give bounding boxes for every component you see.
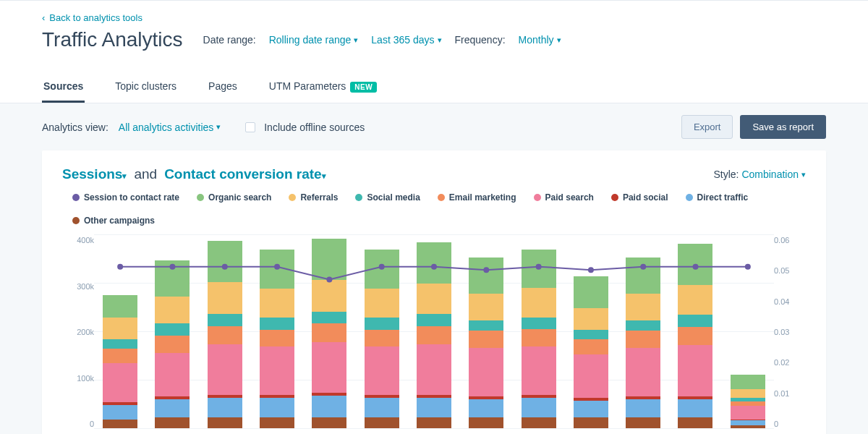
bar-segment[interactable] — [574, 276, 608, 308]
bar-segment[interactable] — [312, 396, 346, 417]
bar[interactable] — [103, 295, 137, 428]
bar-segment[interactable] — [731, 375, 765, 389]
bar-segment[interactable] — [731, 401, 765, 407]
bar-segment[interactable] — [417, 417, 451, 428]
bar-segment[interactable] — [731, 420, 765, 425]
bars-area[interactable] — [94, 234, 774, 428]
metric-1-dropdown[interactable]: Sessions — [62, 166, 127, 182]
bar-segment[interactable] — [155, 399, 190, 417]
bar-segment[interactable] — [155, 260, 190, 297]
bar[interactable] — [731, 375, 765, 428]
bar[interactable] — [522, 250, 556, 428]
bar-segment[interactable] — [417, 344, 451, 395]
bar-segment[interactable] — [678, 285, 712, 315]
bar-segment[interactable] — [208, 326, 242, 344]
bar-segment[interactable] — [312, 417, 346, 428]
bar-segment[interactable] — [208, 344, 242, 395]
bar-segment[interactable] — [417, 326, 451, 344]
bar-segment[interactable] — [469, 320, 503, 331]
bar-segment[interactable] — [103, 318, 137, 339]
bar-segment[interactable] — [678, 417, 712, 428]
bar-segment[interactable] — [417, 314, 451, 326]
bar-segment[interactable] — [417, 242, 451, 284]
bar-segment[interactable] — [208, 417, 242, 428]
bar-segment[interactable] — [626, 417, 660, 428]
bar-segment[interactable] — [103, 349, 137, 363]
bar[interactable] — [260, 250, 294, 428]
bar-segment[interactable] — [103, 420, 137, 428]
bar-segment[interactable] — [260, 318, 294, 330]
bar-segment[interactable] — [469, 399, 503, 417]
offline-checkbox[interactable]: Include offline sources — [245, 122, 365, 133]
frequency-dropdown[interactable]: Monthly — [519, 34, 561, 46]
bar-segment[interactable] — [155, 323, 190, 336]
bar[interactable] — [678, 244, 712, 428]
bar-segment[interactable] — [574, 308, 608, 330]
bar-segment[interactable] — [208, 282, 242, 314]
bar[interactable] — [208, 241, 242, 428]
bar-segment[interactable] — [208, 398, 242, 417]
bar-segment[interactable] — [626, 294, 660, 320]
bar-segment[interactable] — [312, 239, 346, 280]
bar-segment[interactable] — [260, 250, 294, 289]
bar-segment[interactable] — [678, 327, 712, 345]
bar-segment[interactable] — [626, 331, 660, 347]
bar-segment[interactable] — [678, 315, 712, 327]
bar-segment[interactable] — [103, 405, 137, 420]
bar-segment[interactable] — [365, 330, 399, 346]
bar[interactable] — [365, 250, 399, 428]
legend-item[interactable]: Email marketing — [438, 192, 516, 203]
bar[interactable] — [155, 260, 190, 428]
bar-segment[interactable] — [469, 331, 503, 347]
bar[interactable] — [574, 276, 608, 428]
bar-segment[interactable] — [312, 342, 346, 393]
bar-segment[interactable] — [678, 244, 712, 285]
legend-item[interactable]: Other campaigns — [72, 216, 155, 226]
bar-segment[interactable] — [522, 329, 556, 346]
bar-segment[interactable] — [103, 363, 137, 402]
bar-segment[interactable] — [469, 258, 503, 294]
legend-item[interactable]: Paid social — [611, 192, 668, 203]
bar-segment[interactable] — [260, 346, 294, 395]
bar-segment[interactable] — [626, 348, 660, 396]
bar-segment[interactable] — [574, 354, 608, 398]
bar-segment[interactable] — [626, 258, 660, 294]
bar-segment[interactable] — [626, 399, 660, 417]
bar-segment[interactable] — [208, 314, 242, 326]
bar-segment[interactable] — [365, 289, 399, 318]
bar-segment[interactable] — [417, 284, 451, 314]
tab-utm-parameters[interactable]: UTM ParametersNEW — [268, 72, 378, 103]
bar-segment[interactable] — [574, 401, 608, 417]
period-dropdown[interactable]: Last 365 days — [371, 34, 441, 46]
legend-item[interactable]: Paid search — [534, 192, 594, 203]
bar-segment[interactable] — [365, 318, 399, 330]
tab-topic-clusters[interactable]: Topic clusters — [114, 72, 178, 103]
bar-segment[interactable] — [731, 425, 765, 428]
legend-item[interactable]: Direct traffic — [686, 192, 749, 203]
bar-segment[interactable] — [365, 346, 399, 395]
bar[interactable] — [469, 258, 503, 428]
bar-segment[interactable] — [260, 289, 294, 318]
bar-segment[interactable] — [469, 348, 503, 396]
bar-segment[interactable] — [417, 398, 451, 417]
bar-segment[interactable] — [731, 406, 765, 420]
bar-segment[interactable] — [365, 250, 399, 289]
bar-segment[interactable] — [365, 417, 399, 428]
bar-segment[interactable] — [260, 417, 294, 428]
bar-segment[interactable] — [208, 241, 242, 282]
bar-segment[interactable] — [260, 330, 294, 346]
bar-segment[interactable] — [574, 417, 608, 428]
metric-2-dropdown[interactable]: Contact conversion rate — [164, 166, 326, 182]
bar-segment[interactable] — [155, 297, 190, 323]
bar-segment[interactable] — [260, 398, 294, 417]
bar-segment[interactable] — [522, 417, 556, 428]
bar-segment[interactable] — [574, 330, 608, 339]
tab-sources[interactable]: Sources — [42, 72, 85, 103]
rolling-range-dropdown[interactable]: Rolling date range — [269, 34, 359, 46]
legend-item[interactable]: Social media — [355, 192, 420, 203]
export-button[interactable]: Export — [681, 115, 733, 139]
bar-segment[interactable] — [103, 339, 137, 349]
bar-segment[interactable] — [469, 294, 503, 320]
bar-segment[interactable] — [155, 336, 190, 352]
bar-segment[interactable] — [155, 417, 190, 428]
